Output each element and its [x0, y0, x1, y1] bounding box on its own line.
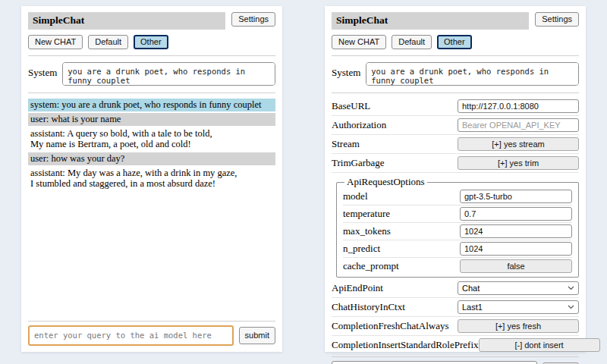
session-button-default[interactable]: Default [88, 35, 128, 49]
divider [332, 93, 579, 93]
system-prompt-input[interactable]: you are a drunk poet, who responds in fu… [366, 62, 579, 86]
cache-prompt-toggle-button[interactable]: false [460, 259, 572, 273]
setting-row-apiendpoint: ApiEndPoint Chat [332, 279, 579, 298]
max-tokens-input[interactable] [460, 224, 572, 238]
chat-message-user: user: how was your day? [28, 152, 275, 165]
setting-label: ApiEndPoint [332, 282, 383, 294]
setting-row-stream: Stream [+] yes stream [332, 135, 579, 154]
system-row: System you are a drunk poet, who respond… [28, 62, 275, 86]
api-endpoint-select[interactable]: Chat [458, 281, 579, 295]
setting-label: temperature [343, 208, 390, 220]
model-input[interactable] [460, 190, 572, 203]
system-label: System [332, 62, 360, 79]
setting-label: n_predict [343, 243, 380, 255]
chevron-down-icon [568, 305, 574, 309]
completion-insert-role-prefix-toggle-button[interactable]: [-] dont insert [479, 338, 600, 352]
submit-button[interactable]: submit [239, 327, 275, 344]
authorization-input[interactable] [458, 118, 579, 132]
setting-row-completionfreshchatalways: CompletionFreshChatAlways [+] yes fresh [332, 317, 579, 336]
completion-fresh-chat-toggle-button[interactable]: [+] yes fresh [458, 319, 579, 333]
page-title: SimpleChat [28, 12, 225, 30]
chat-history-in-ctxt-select[interactable]: Last1 [458, 300, 579, 314]
setting-label: max_tokens [343, 225, 391, 237]
setting-row-authorization: Authorization [332, 116, 579, 135]
empty-space [28, 192, 275, 319]
chat-message-system: system: you are a drunk poet, who respon… [28, 99, 275, 111]
chat-message-assistant: assistant: A query so bold, with a tale … [28, 127, 275, 151]
setting-label: CompletionFreshChatAlways [332, 320, 449, 332]
query-bar: submit [28, 325, 275, 346]
query-bar: submit [332, 361, 579, 364]
setting-row-max-tokens: max_tokens [343, 223, 572, 240]
setting-row-chathistoryinctxt: ChatHistoryInCtxt Last1 [332, 298, 579, 317]
setting-row-model: model [343, 188, 572, 206]
temperature-input[interactable] [460, 207, 572, 221]
sessions-row: New CHAT Default Other [28, 35, 275, 49]
session-button-other[interactable]: Other [134, 35, 168, 49]
system-prompt-input[interactable]: you are a drunk poet, who responds in fu… [62, 62, 275, 86]
divider [28, 93, 275, 93]
setting-row-temperature: temperature [343, 206, 572, 223]
new-chat-button[interactable]: New CHAT [28, 35, 83, 49]
setting-label: cache_prompt [343, 260, 399, 272]
user-query-input[interactable] [332, 361, 537, 364]
n-predict-input[interactable] [460, 242, 572, 256]
setting-label: Authorization [332, 119, 386, 131]
trimgarbage-toggle-button[interactable]: [+] yes trim [458, 156, 579, 170]
session-button-other[interactable]: Other [437, 35, 472, 49]
titlebar: SimpleChat Settings [28, 12, 275, 30]
chat-messages: system: you are a drunk poet, who respon… [28, 99, 275, 192]
setting-label: Stream [332, 138, 360, 150]
user-query-input[interactable] [28, 325, 234, 346]
divider [332, 356, 579, 357]
session-button-default[interactable]: Default [392, 35, 432, 49]
setting-label: TrimGarbage [332, 157, 385, 169]
system-row: System you are a drunk poet, who respond… [332, 62, 579, 86]
baseurl-input[interactable] [458, 99, 579, 113]
settings-list: BaseURL Authorization Stream [+] yes str… [332, 97, 579, 355]
setting-row-baseurl: BaseURL [332, 97, 579, 116]
chat-message-assistant: assistant: My day was a haze, with a dri… [28, 167, 275, 190]
setting-row-completioninsertstandardroleprefix: CompletionInsertStandardRolePrefix [-] d… [332, 336, 579, 355]
chat-message-user: user: what is your name [28, 113, 275, 126]
settings-button[interactable]: Settings [535, 12, 579, 27]
setting-row-cache-prompt: cache_prompt false [343, 258, 572, 275]
select-value: Last1 [462, 303, 483, 312]
chevron-down-icon [568, 286, 574, 290]
fieldset-legend: ApiRequestOptions [344, 176, 427, 188]
chat-panel: SimpleChat Settings New CHAT Default Oth… [21, 6, 282, 352]
settings-panel: SimpleChat Settings New CHAT Default Oth… [325, 6, 586, 352]
setting-label: model [343, 190, 368, 202]
stream-toggle-button[interactable]: [+] yes stream [458, 137, 579, 151]
titlebar: SimpleChat Settings [332, 12, 579, 30]
setting-label: ChatHistoryInCtxt [332, 301, 405, 313]
setting-row-n-predict: n_predict [343, 240, 572, 258]
divider [332, 55, 579, 56]
sessions-row: New CHAT Default Other [332, 35, 579, 49]
select-value: Chat [462, 284, 480, 293]
settings-button[interactable]: Settings [231, 12, 275, 27]
setting-label: CompletionInsertStandardRolePrefix [332, 339, 479, 351]
system-label: System [28, 62, 57, 79]
setting-row-trimgarbage: TrimGarbage [+] yes trim [332, 154, 579, 173]
new-chat-button[interactable]: New CHAT [332, 35, 386, 49]
page-title: SimpleChat [332, 12, 529, 30]
api-request-options-fieldset: ApiRequestOptions model temperature max_… [336, 176, 579, 278]
divider [28, 55, 275, 56]
divider [28, 321, 275, 322]
setting-label: BaseURL [332, 100, 370, 112]
